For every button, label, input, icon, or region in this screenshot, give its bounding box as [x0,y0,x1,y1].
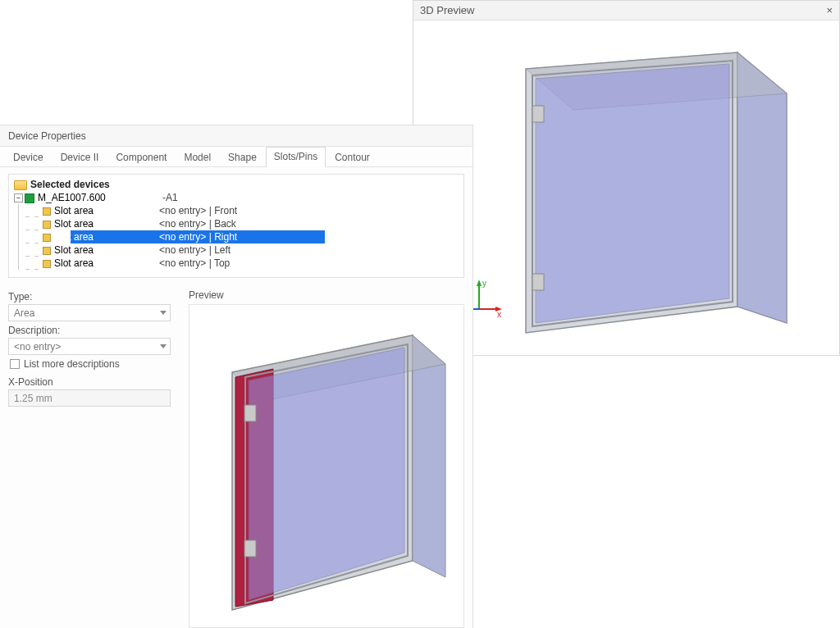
chevron-down-icon [160,344,167,348]
slot-icon [43,221,51,229]
tree-slot-row[interactable]: Slot area <no entry> | Left [14,243,463,257]
window-3d-preview: 3D Preview × y [413,0,840,356]
combo-description[interactable]: <no entry> [8,338,171,355]
label-preview: Preview [189,289,464,301]
checkbox-icon [10,359,20,369]
slot-icon [43,247,51,255]
tree-collapse-icon[interactable]: − [14,193,23,203]
slot-icon [43,207,51,216]
svg-rect-7 [532,274,544,290]
titlebar-device-properties[interactable]: Device Properties [0,125,472,147]
svg-marker-4 [536,64,729,323]
folder-icon [14,180,27,190]
label-type: Type: [8,291,180,303]
cabinet-3d-model [450,28,803,348]
tree-device-tag: -A1 [162,191,178,204]
tab-component[interactable]: Component [107,148,175,167]
slot-form: Type: Area Description: <no entry> List … [8,289,189,628]
tree-device-row[interactable]: − M_AE1007.600 -A1 [14,191,463,204]
tree-root-label: Selected devices [30,178,110,191]
tab-shape[interactable]: Shape [220,148,265,167]
tree-slot-row-selected[interactable]: Slot area <no entry> | Right [14,230,463,243]
tab-slots-pins[interactable]: Slots/Pins [266,147,326,167]
svg-rect-25 [244,540,256,557]
tree-device-name: M_AE1007.600 [38,191,162,204]
tab-contour[interactable]: Contour [326,148,378,167]
tab-model[interactable]: Model [176,148,219,167]
tree-slot-row[interactable]: Slot area <no entry> | Front [14,204,463,217]
svg-rect-24 [244,405,256,421]
input-xposition-value: 1.25 mm [14,393,52,404]
svg-marker-19 [413,335,445,577]
cabinet-preview-model [199,315,454,618]
tab-device-ii[interactable]: Device II [52,148,107,167]
window-device-properties: Device Properties Device Device II Compo… [0,125,473,628]
tab-device[interactable]: Device [5,148,52,167]
tabstrip: Device Device II Component Model Shape S… [0,147,472,167]
tab-body-slots-pins: Selected devices − M_AE1007.600 -A1 Slot… [0,167,472,628]
slot-icon [43,234,51,242]
device-tree[interactable]: Selected devices − M_AE1007.600 -A1 Slot… [8,174,464,278]
tree-slot-row[interactable]: Slot area <no entry> | Top [14,257,463,270]
slot-preview-viewport[interactable] [189,304,464,628]
viewport-3d-preview[interactable]: y x z [413,20,839,355]
label-description: Description: [8,325,180,336]
slot-icon [43,260,51,268]
device-icon [25,193,34,203]
combo-type[interactable]: Area [8,304,171,321]
titlebar-3d-preview[interactable]: 3D Preview × [413,1,839,20]
close-icon[interactable]: × [826,5,833,16]
checkbox-list-more[interactable]: List more descriptions [10,358,180,370]
tree-root[interactable]: Selected devices [14,178,463,191]
checkbox-list-more-label: List more descriptions [24,358,120,370]
title-device-properties: Device Properties [8,130,86,142]
combo-type-value: Area [14,307,34,319]
label-xposition: X-Position [8,376,180,388]
input-xposition[interactable]: 1.25 mm [8,389,171,407]
combo-description-value: <no entry> [14,341,61,353]
tree-slot-row[interactable]: Slot area <no entry> | Back [14,217,463,230]
chevron-down-icon [160,311,167,315]
svg-rect-6 [532,106,544,122]
title-3d-preview: 3D Preview [420,4,474,16]
